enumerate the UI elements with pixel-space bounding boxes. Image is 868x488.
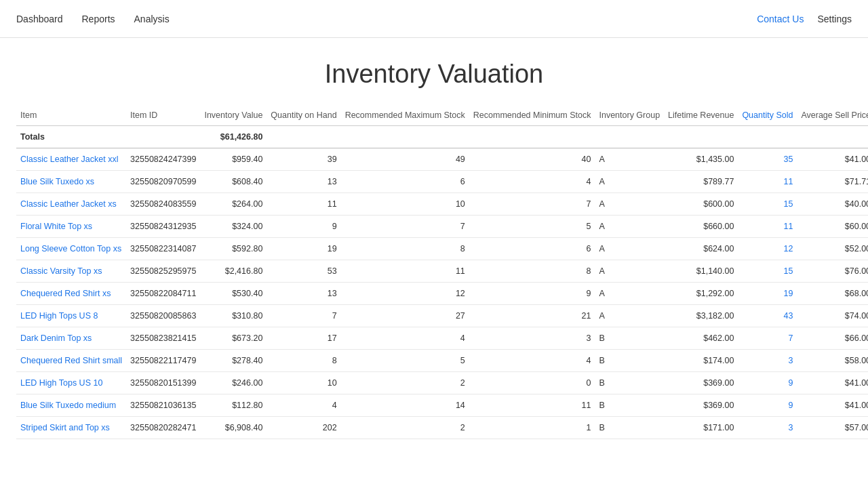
cell-ig: B xyxy=(595,372,664,394)
cell-rmins: 9 xyxy=(469,283,595,305)
cell-itemid: 32550821036135 xyxy=(126,394,200,417)
cell-ig: B xyxy=(595,417,664,439)
item-link[interactable]: Blue Silk Tuxedo xs xyxy=(20,177,94,186)
cell-lr: $171.00 xyxy=(664,417,738,439)
table-row: Dark Denim Top xs32550823821415$673.2017… xyxy=(16,327,868,350)
qty-sold-link[interactable]: 3 xyxy=(788,356,793,365)
cell-qoh: 9 xyxy=(267,216,340,238)
cell-itemid: 32550822084711 xyxy=(126,283,200,305)
qty-sold-link[interactable]: 7 xyxy=(788,333,793,343)
cell-rms: 4 xyxy=(341,327,469,350)
cell-asp: $68.00 xyxy=(797,283,868,305)
nav-item-settings[interactable]: Settings xyxy=(817,14,852,24)
cell-rms: 14 xyxy=(341,394,469,417)
qty-sold-link[interactable]: 3 xyxy=(788,423,793,432)
cell-rms: 27 xyxy=(341,305,469,327)
cell-qoh: 19 xyxy=(267,238,340,260)
cell-lr: $369.00 xyxy=(664,372,738,394)
cell-ig: A xyxy=(595,193,664,216)
nav-item-dashboard[interactable]: Dashboard xyxy=(16,14,63,24)
qty-sold-link[interactable]: 12 xyxy=(784,244,793,253)
cell-asp: $41.00 xyxy=(797,394,868,417)
cell-itemid: 32550822117479 xyxy=(126,350,200,372)
cell-lr: $789.77 xyxy=(664,171,738,193)
cell-itemid: 32550822314087 xyxy=(126,238,200,260)
cell-invval: $324.00 xyxy=(200,216,267,238)
col-header-asp: Average Sell Price xyxy=(797,105,868,126)
cell-asp: $40.00 xyxy=(797,193,868,216)
qty-sold-link[interactable]: 35 xyxy=(784,155,793,164)
cell-rmins: 5 xyxy=(469,216,595,238)
cell-ig: B xyxy=(595,350,664,372)
qty-sold-link[interactable]: 11 xyxy=(784,222,793,231)
cell-item: LED High Tops US 8 xyxy=(16,305,126,327)
qty-sold-link[interactable]: 43 xyxy=(784,311,793,321)
page-title: Inventory Valuation xyxy=(0,60,868,89)
item-link[interactable]: Striped Skirt and Top xs xyxy=(20,423,110,432)
table-body: Totals$61,426.80Classic Leather Jacket x… xyxy=(16,126,868,439)
item-link[interactable]: Classic Varsity Top xs xyxy=(20,266,102,276)
item-link[interactable]: LED High Tops US 8 xyxy=(20,311,98,321)
cell-asp: $76.00 xyxy=(797,260,868,283)
navigation: DashboardReportsAnalysis Contact UsSetti… xyxy=(0,0,868,38)
cell-invval: $959.40 xyxy=(200,148,267,171)
item-link[interactable]: Classic Leather Jacket xxl xyxy=(20,155,119,164)
col-header-qoh: Quantity on Hand xyxy=(267,105,340,126)
cell-qoh: 11 xyxy=(267,193,340,216)
item-link[interactable]: Blue Silk Tuxedo medium xyxy=(20,401,116,410)
item-link[interactable]: Chequered Red Shirt xs xyxy=(20,289,111,298)
cell-rms: 11 xyxy=(341,260,469,283)
cell-rmins: 8 xyxy=(469,260,595,283)
col-header-qs: Quantity Sold xyxy=(738,105,797,126)
cell-item: Striped Skirt and Top xs xyxy=(16,417,126,439)
table-row: Floral White Top xs32550824312935$324.00… xyxy=(16,216,868,238)
qty-sold-link[interactable]: 15 xyxy=(784,266,793,276)
col-header-item: Item xyxy=(16,105,126,126)
nav-left: DashboardReportsAnalysis xyxy=(16,14,170,24)
item-link[interactable]: Chequered Red Shirt small xyxy=(20,356,122,365)
cell-rmins: 21 xyxy=(469,305,595,327)
cell-item: Chequered Red Shirt xs xyxy=(16,283,126,305)
inventory-table: ItemItem IDInventory ValueQuantity on Ha… xyxy=(16,105,868,439)
qty-sold-link[interactable]: 19 xyxy=(784,289,793,298)
cell-asp: $58.00 xyxy=(797,350,868,372)
table-container: ItemItem IDInventory ValueQuantity on Ha… xyxy=(0,105,868,466)
cell-rms: 6 xyxy=(341,171,469,193)
item-link[interactable]: Classic Leather Jacket xs xyxy=(20,199,117,209)
cell-qs: 11 xyxy=(738,171,797,193)
item-link[interactable]: Floral White Top xs xyxy=(20,222,92,231)
item-link[interactable]: LED High Tops US 10 xyxy=(20,378,102,388)
cell-asp: $60.00 xyxy=(797,216,868,238)
qty-sold-link[interactable]: 9 xyxy=(788,401,793,410)
totals-label: Totals xyxy=(16,126,126,148)
cell-itemid: 32550820970599 xyxy=(126,171,200,193)
cell-item: Dark Denim Top xs xyxy=(16,327,126,350)
qty-sold-link[interactable]: 15 xyxy=(784,199,793,209)
cell-qoh: 39 xyxy=(267,148,340,171)
cell-ig: B xyxy=(595,394,664,417)
qty-sold-link[interactable]: 11 xyxy=(784,177,793,186)
table-row: Striped Skirt and Top xs32550820282471$6… xyxy=(16,417,868,439)
cell-qs: 9 xyxy=(738,394,797,417)
cell-qs: 43 xyxy=(738,305,797,327)
cell-rmins: 1 xyxy=(469,417,595,439)
cell-qoh: 13 xyxy=(267,171,340,193)
nav-item-analysis[interactable]: Analysis xyxy=(134,14,170,24)
cell-qoh: 53 xyxy=(267,260,340,283)
table-row: Chequered Red Shirt xs32550822084711$530… xyxy=(16,283,868,305)
cell-rmins: 3 xyxy=(469,327,595,350)
nav-item-reports[interactable]: Reports xyxy=(82,14,115,24)
cell-qs: 11 xyxy=(738,216,797,238)
cell-item: Classic Leather Jacket xxl xyxy=(16,148,126,171)
item-link[interactable]: Dark Denim Top xs xyxy=(20,333,92,343)
cell-qoh: 17 xyxy=(267,327,340,350)
cell-qoh: 10 xyxy=(267,372,340,394)
item-link[interactable]: Long Sleeve Cotton Top xs xyxy=(20,244,121,253)
qty-sold-link[interactable]: 9 xyxy=(788,378,793,388)
cell-item: Classic Varsity Top xs xyxy=(16,260,126,283)
nav-item-contact-us[interactable]: Contact Us xyxy=(757,14,804,24)
cell-rmins: 4 xyxy=(469,171,595,193)
cell-invval: $6,908.40 xyxy=(200,417,267,439)
cell-itemid: 32550820282471 xyxy=(126,417,200,439)
cell-qoh: 7 xyxy=(267,305,340,327)
